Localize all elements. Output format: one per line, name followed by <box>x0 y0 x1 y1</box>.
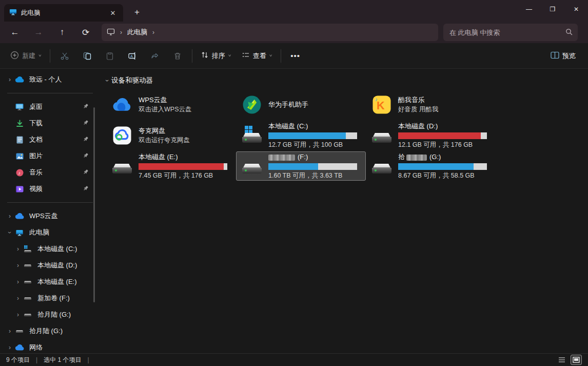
chevron-right-icon[interactable]: › <box>5 213 14 220</box>
breadcrumb-location[interactable]: 此电脑 <box>127 28 147 37</box>
sidebar-item-videos[interactable]: 视频 <box>0 181 100 197</box>
chevron-right-icon[interactable]: › <box>152 29 154 36</box>
sidebar-item-drive-c[interactable]: › 本地磁盘 (C:) <box>0 241 100 257</box>
sidebar-item-drive-f[interactable]: › 新加卷 (F:) <box>0 290 100 306</box>
item-drive-e[interactable]: 本地磁盘 (E:) 7.45 GB 可用，共 176 GB <box>106 151 236 181</box>
sidebar-scrollbar[interactable] <box>93 107 95 302</box>
sidebar-item-documents[interactable]: 文档 <box>0 131 100 148</box>
sidebar-item-drive-g-root[interactable]: › 拾月陆 (G:) <box>0 323 100 339</box>
sidebar-item-label: 图片 <box>29 151 43 161</box>
title-bar: 此电脑 ✕ + — ❐ ✕ <box>0 0 588 22</box>
sidebar-item-desktop[interactable]: 桌面 <box>0 99 100 115</box>
pin-icon <box>83 103 89 111</box>
sidebar-item-pictures[interactable]: 图片 <box>0 148 100 164</box>
share-button[interactable] <box>144 47 166 65</box>
view-list-icon <box>242 51 250 61</box>
windows-logo-icon <box>245 126 252 133</box>
search-box[interactable] <box>443 24 578 41</box>
chevron-right-icon[interactable]: › <box>13 262 23 269</box>
search-icon[interactable] <box>565 28 573 37</box>
chevron-right-icon[interactable]: › <box>5 76 14 83</box>
sidebar-item-label: WPS云盘 <box>29 211 58 221</box>
delete-button[interactable] <box>166 47 189 65</box>
item-drive-f-selected[interactable]: (F:) 1.60 TB 可用，共 3.63 TB <box>236 151 366 181</box>
toolbar-separator <box>50 49 50 63</box>
item-huawei-assistant[interactable]: 华为手机助手 <box>236 90 366 119</box>
sidebar-item-drive-e[interactable]: › 本地磁盘 (E:) <box>0 274 100 290</box>
chevron-down-icon[interactable]: › <box>104 80 111 82</box>
cut-button[interactable] <box>53 47 76 65</box>
back-button[interactable]: ← <box>6 24 24 41</box>
drive-icon <box>242 156 262 177</box>
sidebar-item-wps-cloud[interactable]: › WPS云盘 <box>0 208 100 224</box>
sidebar-item-drive-g[interactable]: › 拾月陆 (G:) <box>0 306 100 323</box>
sidebar-item-this-pc[interactable]: › 此电脑 <box>0 224 100 241</box>
onedrive-cloud-icon <box>14 76 25 83</box>
drive-free-space: 12.1 GB 可用，共 176 GB <box>398 141 487 149</box>
view-toggles <box>556 355 582 365</box>
sort-button[interactable]: 排序 ˅ <box>195 47 237 65</box>
item-name: WPS云盘 <box>139 95 227 105</box>
details-view-button[interactable] <box>556 355 567 365</box>
drive-icon <box>112 156 132 177</box>
chevron-right-icon[interactable]: › <box>13 295 23 302</box>
command-bar: 新建 ˅ A 排序 ˅ <box>0 43 588 69</box>
close-button[interactable]: ✕ <box>564 0 588 18</box>
refresh-button[interactable]: ⟳ <box>77 24 94 41</box>
minimize-button[interactable]: — <box>517 0 541 18</box>
chevron-down-icon: ˅ <box>269 53 272 58</box>
chevron-right-icon[interactable]: › <box>13 278 23 285</box>
ellipsis-icon: ••• <box>290 51 300 60</box>
copy-button[interactable] <box>76 47 99 65</box>
censored-text <box>268 155 295 161</box>
chevron-right-icon[interactable]: › <box>13 311 23 318</box>
status-separator: | <box>87 356 89 363</box>
drive-icon <box>14 329 25 334</box>
pin-icon <box>83 185 89 193</box>
sidebar-item-music[interactable]: ♪ 音乐 <box>0 164 100 181</box>
view-button[interactable]: 查看 ˅ <box>237 47 278 65</box>
kuwo-music-icon: K♪ <box>370 94 393 115</box>
downloads-icon <box>14 120 25 127</box>
more-options-button[interactable]: ••• <box>284 47 307 65</box>
sidebar-item-network[interactable]: › 网络 <box>0 339 100 354</box>
item-subtitle: 好音质 用酷我 <box>398 105 487 114</box>
preview-toggle-button[interactable]: 预览 <box>545 47 581 65</box>
item-kuwo-music[interactable]: K♪ 酷我音乐 好音质 用酷我 <box>366 90 496 119</box>
new-button[interactable]: 新建 ˅ <box>5 47 47 65</box>
large-icons-view-button[interactable] <box>571 355 582 365</box>
item-drive-g[interactable]: 拾(G:) 8.67 GB 可用，共 58.5 GB <box>366 151 496 181</box>
plus-circle-icon <box>10 51 19 61</box>
item-drive-c[interactable]: 本地磁盘 (C:) 12.7 GB 可用，共 100 GB <box>236 121 366 150</box>
search-input[interactable] <box>448 28 565 37</box>
new-tab-button[interactable]: + <box>130 6 144 19</box>
drive-icon <box>23 263 33 268</box>
maximize-button[interactable]: ❐ <box>541 0 564 18</box>
section-devices-and-drives[interactable]: › 设备和驱动器 <box>106 74 588 87</box>
explorer-tab[interactable]: 此电脑 ✕ <box>4 4 123 22</box>
chevron-right-icon[interactable]: › <box>13 245 23 253</box>
pin-icon <box>83 152 89 160</box>
documents-icon <box>14 136 25 144</box>
item-drive-d[interactable]: 本地磁盘 (D:) 12.1 GB 可用，共 176 GB <box>366 121 496 150</box>
rename-button[interactable]: A <box>121 47 144 65</box>
paste-button[interactable] <box>99 47 121 65</box>
chevron-right-icon[interactable]: › <box>5 344 14 351</box>
forward-button[interactable]: → <box>30 24 47 41</box>
sidebar-item-drive-d[interactable]: › 本地磁盘 (D:) <box>0 257 100 274</box>
breadcrumb[interactable]: › 此电脑 › <box>102 24 438 41</box>
preview-pane-icon <box>551 51 559 61</box>
up-button[interactable]: ↑ <box>53 24 71 41</box>
drive-free-space: 1.60 TB 可用，共 3.63 TB <box>268 171 357 180</box>
sidebar-item-onedrive[interactable]: › 致远 - 个人 <box>0 71 100 88</box>
tab-close-icon[interactable]: ✕ <box>108 8 118 18</box>
drive-name: 本地磁盘 (C:) <box>268 121 357 131</box>
chevron-right-icon: › <box>120 29 122 36</box>
toolbar-separator <box>281 49 281 63</box>
sidebar-item-label: 拾月陆 (G:) <box>37 310 71 319</box>
sidebar-item-downloads[interactable]: 下载 <box>0 115 100 131</box>
item-wps-cloud[interactable]: WPS云盘 双击进入WPS云盘 <box>106 90 236 119</box>
chevron-right-icon[interactable]: › <box>5 328 14 335</box>
chevron-down-icon[interactable]: › <box>6 228 13 237</box>
item-quark-cloud[interactable]: 夸克网盘 双击运行夸克网盘 <box>106 121 236 150</box>
